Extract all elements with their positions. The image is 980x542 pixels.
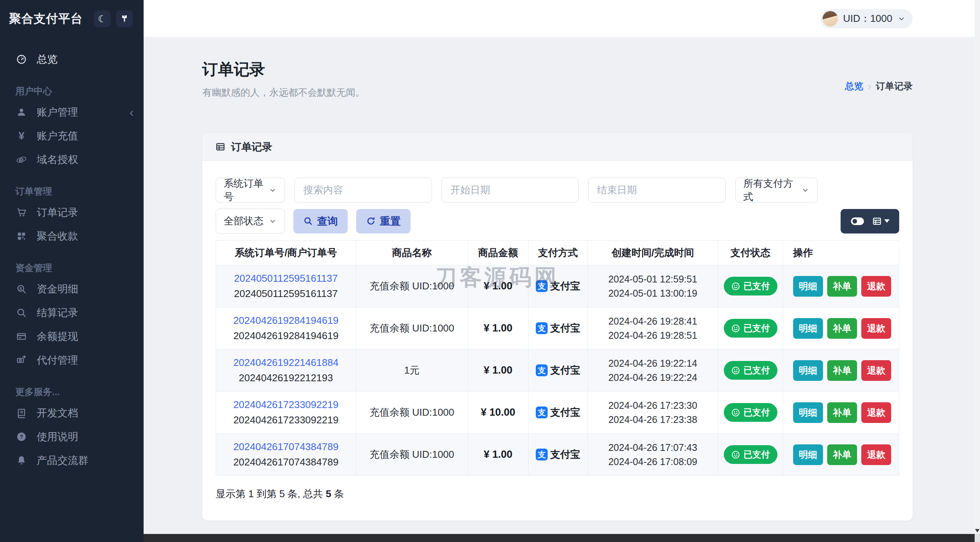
sidebar-item-domain-authorization[interactable]: e 域名授权 [0, 148, 144, 171]
end-date-input[interactable] [588, 178, 726, 202]
columns-dropdown-button[interactable] [872, 216, 890, 226]
smiley-icon [731, 324, 740, 333]
completed-time: 2024-04-26 19:28:51 [588, 328, 718, 342]
column-header: 创建时间/完成时间 [588, 241, 718, 265]
sidebar-item-account-recharge[interactable]: ¥ 账户充值 [0, 124, 144, 148]
reissue-button[interactable]: 补单 [827, 444, 857, 465]
start-date-input[interactable] [442, 178, 579, 202]
sidebar-item-fund-details[interactable]: $ 资金明细 [0, 277, 144, 301]
sidebar-item-overview[interactable]: 总览 [0, 47, 144, 71]
detail-button[interactable]: 明细 [793, 402, 823, 423]
refund-button[interactable]: 退款 [861, 276, 891, 297]
payment-method-select[interactable]: 所有支付方式 [735, 178, 818, 202]
reissue-button[interactable]: 补单 [827, 318, 857, 339]
sidebar-section-more-services: 更多服务... [15, 386, 144, 398]
refresh-icon [366, 216, 376, 226]
query-button[interactable]: 查询 [293, 209, 348, 233]
row-actions: 明细补单退款 [793, 402, 891, 423]
completed-time: 2024-04-26 19:22:24 [588, 371, 718, 384]
sidebar-item-product-chat-group[interactable]: 产品交流群 [0, 449, 144, 472]
merchant-order-number: 2024042619284194619 [216, 330, 356, 342]
status-badge: 已支付 [724, 445, 777, 464]
detail-button[interactable]: 明细 [793, 360, 823, 381]
order-times: 2024-04-26 17:23:30 2024-04-26 17:23:38 [588, 392, 718, 434]
created-time: 2024-05-01 12:59:51 [588, 272, 718, 286]
alipay-icon: 支 [536, 322, 548, 334]
alipay-icon: 支 [536, 280, 548, 292]
detail-button[interactable]: 明细 [793, 318, 823, 339]
sidebar-item-balance-withdrawal[interactable]: 余额提现 [0, 325, 144, 348]
uid-label: UID：1000 [843, 12, 892, 25]
order-times: 2024-04-26 17:07:43 2024-04-26 17:08:09 [588, 434, 718, 476]
alipay-icon: 支 [536, 364, 548, 376]
refund-button[interactable]: 退款 [861, 318, 891, 339]
completed-time: 2024-05-01 13:00:19 [588, 286, 718, 300]
svg-text:e: e [19, 155, 23, 165]
row-actions: 明细补单退款 [793, 318, 891, 339]
sidebar-item-payout-management[interactable]: 代付管理 [0, 348, 144, 372]
order-number-type-select[interactable]: 系统订单号 [216, 178, 285, 202]
chevron-left-icon: ‹ [129, 106, 134, 118]
reset-button[interactable]: 重置 [356, 209, 411, 233]
column-header: 支付方式 [528, 241, 588, 265]
merchant-order-number: 2024050112595161137 [216, 288, 356, 300]
app-window: 聚合支付平台 ☾ 总览 用户中心 [0, 0, 980, 542]
product-name: 充值余额 UID:1000 [356, 392, 468, 434]
reissue-button[interactable]: 补单 [827, 276, 857, 297]
order-times: 2024-04-26 19:28:41 2024-04-26 19:28:51 [588, 307, 718, 349]
page-title: 订单记录 [202, 59, 365, 80]
svg-text:?: ? [20, 433, 23, 440]
sidebar-item-dev-docs[interactable]: 开发文档 [0, 401, 144, 425]
horizontal-scrollbar[interactable] [144, 534, 975, 542]
sidebar-item-usage-instructions[interactable]: ? 使用说明 [0, 425, 144, 449]
system-order-link[interactable]: 2024042619284194619 [216, 315, 356, 327]
table-icon [215, 142, 226, 152]
refund-button[interactable]: 退款 [861, 360, 891, 381]
smiley-icon [731, 282, 740, 291]
table-row: 2024042617233092219 2024042617233092219 … [216, 392, 899, 434]
refund-button[interactable]: 退款 [861, 444, 891, 465]
system-order-link[interactable]: 2024050112595161137 [216, 273, 356, 284]
pagination-summary: 显示第 1 到第 5 条, 总共 5 条 [216, 487, 899, 501]
caret-down-icon [884, 219, 890, 223]
toggle-view-button[interactable] [851, 217, 864, 225]
sidebar-item-account-management[interactable]: 账户管理 ‹ [0, 100, 144, 124]
toggle-icon [851, 217, 864, 225]
breadcrumb-overview-link[interactable]: 总览 [845, 80, 863, 92]
user-menu[interactable]: UID：1000 [820, 9, 913, 28]
sidebar-item-order-records[interactable]: 订单记录 [0, 201, 144, 224]
created-time: 2024-04-26 19:28:41 [588, 314, 718, 328]
vertical-scrollbar[interactable] [975, 0, 980, 534]
table-row: 2024042619284194619 2024042619284194619 … [216, 307, 899, 349]
row-actions: 明细补单退款 [793, 444, 891, 465]
search-input[interactable] [294, 178, 432, 202]
search-icon [15, 307, 28, 318]
completed-time: 2024-04-26 17:23:38 [588, 413, 718, 426]
detail-button[interactable]: 明细 [793, 276, 823, 297]
system-order-link[interactable]: 2024042619221461884 [216, 357, 356, 369]
system-order-link[interactable]: 2024042617233092219 [216, 399, 356, 411]
created-time: 2024-04-26 19:22:14 [588, 356, 718, 370]
sidebar-item-settlement-records[interactable]: 结算记录 [0, 301, 144, 325]
refund-button[interactable]: 退款 [861, 402, 891, 423]
system-order-link[interactable]: 2024042617074384789 [216, 441, 356, 453]
product-amount: ¥ 1.00 [468, 265, 528, 307]
question-icon: ? [15, 431, 28, 442]
breadcrumb-separator: › [868, 80, 871, 92]
status-select[interactable]: 全部状态 [216, 209, 285, 233]
created-time: 2024-04-26 17:07:43 [588, 441, 718, 454]
dark-mode-button[interactable]: ☾ [94, 10, 111, 27]
reissue-button[interactable]: 补单 [827, 402, 857, 423]
sidebar-section-fund-management: 资金管理 [15, 262, 144, 274]
sidebar-item-aggregated-collection[interactable]: 聚合收款 [0, 224, 144, 248]
user-avatar [823, 11, 838, 26]
merchant-order-number: 2024042617233092219 [216, 414, 356, 426]
theme-button[interactable] [116, 10, 133, 27]
order-times: 2024-04-26 19:22:14 2024-04-26 19:22:24 [588, 349, 718, 392]
detail-button[interactable]: 明细 [793, 444, 823, 465]
chevron-down-icon [268, 217, 277, 225]
reissue-button[interactable]: 补单 [827, 360, 857, 381]
book-icon [15, 408, 28, 418]
money-transfer-icon [15, 355, 28, 366]
merchant-order-number: 2024042617074384789 [216, 456, 356, 468]
